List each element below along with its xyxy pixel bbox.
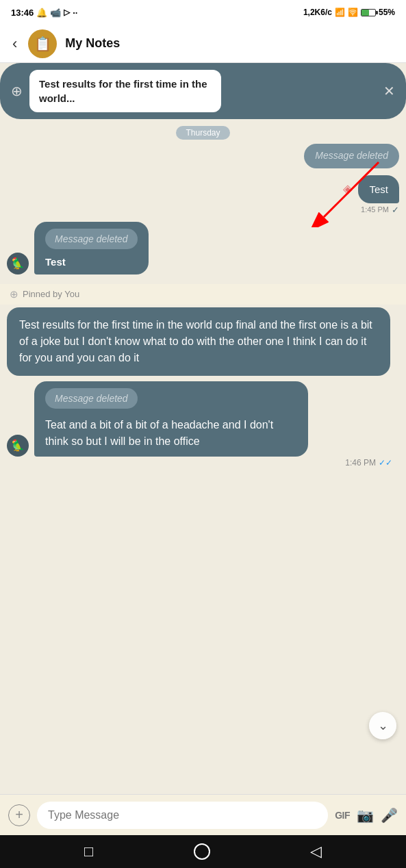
top-nav: ‹ 📋 My Notes — [0, 25, 406, 63]
battery-percent: 55% — [379, 8, 395, 17]
signal-icon: 📶 — [335, 8, 345, 17]
video-icon: 📹 — [50, 8, 61, 18]
long-bubble: Test results for the first time in the w… — [7, 307, 390, 376]
gif-button[interactable]: GIF — [335, 810, 350, 821]
day-divider: Thursday — [0, 126, 406, 138]
sender-avatar2: 🦜 — [7, 435, 29, 457]
add-attachment-button[interactable]: + — [8, 804, 30, 826]
microphone-button[interactable]: 🎤 — [381, 807, 398, 824]
chat-title: My Notes — [65, 36, 120, 51]
time-display: 13:46 — [11, 8, 34, 18]
plus-icon: + — [15, 807, 23, 823]
scroll-to-bottom-button[interactable]: ⌄ — [369, 712, 396, 739]
test-bubble: Test — [358, 175, 399, 203]
message-out-test: ◈ Test 1:45 PM ✓ — [7, 175, 399, 215]
deleted-message-bubble: Message deleted — [304, 144, 399, 168]
pin-icon-left: ⊕ — [11, 83, 23, 99]
in-row: 🦜 Message deleted Test — [7, 222, 149, 275]
message-in-group2: 🦜 Message deleted Teat and a bit of a bi… — [0, 381, 406, 509]
network-speed: 1,2K6/c — [303, 8, 332, 17]
pinned-message-text: Test results for the first time in the w… — [39, 78, 207, 104]
bottom-nav-bar: □ ◁ — [0, 835, 406, 868]
battery-icon — [361, 9, 376, 16]
message-out-deleted: Message deleted — [7, 144, 399, 168]
warning-icon: ◈ — [343, 181, 353, 196]
in2-time: 1:46 PM — [345, 458, 376, 468]
location-icon: 🔔 — [36, 8, 47, 18]
in2-body: Teat and a bit of a bit of a headache an… — [45, 419, 273, 447]
message-time: 1:45 PM — [361, 205, 389, 214]
in2-deleted-text: Message deleted — [45, 388, 138, 409]
pinned-message-bubble: Test results for the first time in the w… — [29, 70, 221, 112]
doc-icon: ▷ — [64, 8, 70, 17]
in-test-text: Test — [45, 256, 66, 268]
in-body-text: Test — [45, 256, 138, 268]
nav-home-button[interactable] — [194, 843, 210, 860]
wifi-icon: 🛜 — [348, 8, 358, 17]
pin-banner-icon: ⊕ — [10, 288, 18, 301]
nav-back-button[interactable]: ◁ — [310, 843, 322, 860]
sender-avatar: 🦜 — [7, 253, 29, 275]
deleted-text: Message deleted — [315, 150, 388, 161]
status-time: 13:46 🔔 📹 ▷ ·· — [11, 8, 77, 18]
input-bar: + GIF 📷 🎤 — [0, 794, 406, 835]
in2-meta: 1:46 PM ✓✓ — [7, 458, 399, 468]
camera-button[interactable]: 📷 — [357, 807, 374, 824]
pinned-banner: ⊕ Pinned by You — [0, 284, 406, 305]
long-message-text: Test results for the first time in the w… — [19, 319, 372, 363]
chat-avatar: 📋 — [28, 29, 57, 58]
in-deleted-text: Message deleted — [45, 229, 138, 249]
pinned-by-you-label: Pinned by You — [23, 289, 79, 299]
day-label: Thursday — [176, 126, 229, 140]
close-pin-button[interactable]: ✕ — [383, 83, 395, 99]
messages-list: Message deleted ◈ Test 1:45 PM ✓ 🦜 — [0, 144, 406, 279]
pinned-popup-bar[interactable]: ⊕ Test results for the first time in the… — [0, 63, 406, 119]
back-button[interactable]: ‹ — [10, 32, 20, 55]
status-indicators: 1,2K6/c 📶 🛜 55% — [303, 8, 395, 17]
message-meta: 1:45 PM ✓ — [361, 205, 399, 215]
blue-check-icon: ✓✓ — [379, 458, 392, 468]
notes-icon: 📋 — [34, 36, 51, 52]
nav-square-button[interactable]: □ — [84, 843, 93, 860]
in2-body-text: Teat and a bit of a bit of a headache an… — [45, 417, 297, 450]
long-out-message: Test results for the first time in the w… — [7, 307, 399, 376]
chat-area: ⊕ Test results for the first time in the… — [0, 63, 406, 794]
chevron-down-icon: ⌄ — [378, 718, 388, 733]
test-text: Test — [369, 183, 388, 195]
message-input[interactable] — [37, 802, 328, 829]
status-bar: 13:46 🔔 📹 ▷ ·· 1,2K6/c 📶 🛜 55% — [0, 0, 406, 25]
in-row2: 🦜 Message deleted Teat and a bit of a bi… — [7, 381, 308, 457]
dots-icon: ·· — [73, 8, 77, 18]
deleted-label: Message deleted — [55, 233, 128, 244]
deleted-label2: Message deleted — [55, 393, 128, 404]
message-in-group: 🦜 Message deleted Test — [7, 222, 399, 275]
check-icon: ✓ — [392, 205, 399, 215]
